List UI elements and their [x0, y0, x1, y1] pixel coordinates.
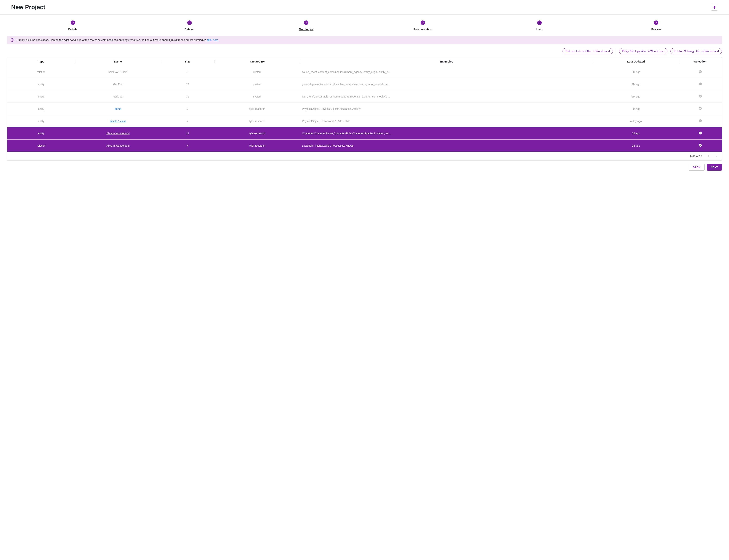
step-line: [426, 23, 536, 23]
row-last-updated: 2M ago: [593, 103, 679, 115]
row-name: RedCoat: [75, 90, 161, 103]
step-circle: [304, 20, 308, 25]
next-button[interactable]: NEXT: [707, 164, 722, 171]
row-created-by: tyler-research: [214, 103, 300, 115]
step-circle: [654, 20, 658, 25]
table-row: entityRedCoat35systemItem,Item/Consumabl…: [7, 90, 722, 103]
table-row: relationAlice in Wonderland4tyler-resear…: [7, 140, 722, 152]
row-name: Alice in Wonderland: [75, 140, 161, 152]
row-name: SemEval10Task8: [75, 66, 161, 78]
row-last-updated: 2d ago: [593, 127, 679, 140]
row-type: entity: [7, 127, 75, 140]
pagination-next[interactable]: [714, 154, 718, 158]
row-last-updated: 2M ago: [593, 78, 679, 90]
row-name: demo: [75, 103, 161, 115]
col-name[interactable]: Name: [75, 57, 161, 66]
step-invite[interactable]: Invite: [481, 20, 598, 31]
row-examples: general,general/academic_discipline,gene…: [300, 78, 593, 90]
row-created-by: system: [214, 78, 300, 90]
row-selection: [679, 140, 722, 152]
row-examples: PhysicalObject, Hello world, 1, 1/test c…: [300, 115, 593, 127]
chip-relation-ontology[interactable]: Relation Ontology: Alice in Wonderland: [670, 48, 722, 54]
row-selection: [679, 78, 722, 90]
select-toggle[interactable]: [699, 82, 702, 86]
row-name: GeoDoc: [75, 78, 161, 90]
check-icon: [655, 21, 657, 24]
step-preannotation[interactable]: Preannotation: [365, 20, 481, 31]
row-size: 4: [161, 115, 214, 127]
info-icon: [10, 38, 14, 42]
check-icon: [72, 21, 74, 24]
check-icon: [188, 21, 191, 24]
bell-icon: [713, 6, 716, 9]
row-name-link[interactable]: Alice in Wonderland: [106, 132, 129, 135]
row-last-updated: a day ago: [593, 115, 679, 127]
table-footer: 1–19 of 19: [7, 152, 722, 160]
col-size[interactable]: Size: [161, 57, 214, 66]
step-circle: [537, 20, 542, 25]
select-toggle[interactable]: [699, 144, 702, 147]
row-size: 4: [161, 140, 214, 152]
row-type: entity: [7, 115, 75, 127]
step-label: Preannotation: [414, 28, 432, 31]
pagination-prev[interactable]: [706, 154, 710, 158]
info-banner: Simply click the checkmark icon on the r…: [7, 36, 722, 44]
col-type[interactable]: Type: [7, 57, 75, 66]
table-row: entitydemo3tyler-researchPhysicalObject,…: [7, 103, 722, 115]
pagination-text: 1–19 of 19: [690, 155, 702, 158]
ontology-table: Type Name Size Created By Examples Last …: [7, 57, 722, 161]
row-size: 9: [161, 66, 214, 78]
col-created-by[interactable]: Created By: [214, 57, 300, 66]
info-text: Simply click the checkmark icon on the r…: [17, 39, 207, 41]
check-icon: [305, 21, 307, 24]
select-toggle[interactable]: [699, 131, 702, 135]
step-ontologies[interactable]: Ontologies: [248, 20, 364, 31]
row-name: simple 1 class: [75, 115, 161, 127]
chip-entity-ontology[interactable]: Entity Ontology: Alice in Wonderland: [619, 48, 667, 54]
col-selection[interactable]: Selection: [679, 57, 722, 66]
step-review[interactable]: Review: [598, 20, 714, 31]
row-name-link[interactable]: demo: [115, 107, 121, 110]
notifications-button[interactable]: [711, 4, 718, 11]
wizard-actions: BACK NEXT: [7, 164, 722, 171]
row-size: 3: [161, 103, 214, 115]
select-toggle[interactable]: [699, 107, 702, 110]
info-link[interactable]: click here.: [207, 39, 219, 41]
row-name: Alice in Wonderland: [75, 127, 161, 140]
back-button[interactable]: BACK: [689, 164, 704, 171]
row-size: 24: [161, 78, 214, 90]
row-selection: [679, 90, 722, 103]
row-examples: cause_effect, content_container, instrum…: [300, 66, 593, 78]
table-row: entityGeoDoc24systemgeneral,general/acad…: [7, 78, 722, 90]
row-created-by: system: [214, 66, 300, 78]
col-examples[interactable]: Examples: [300, 57, 593, 66]
row-last-updated: 2M ago: [593, 66, 679, 78]
step-label: Ontologies: [299, 28, 313, 31]
step-circle: [421, 20, 425, 25]
row-type: entity: [7, 90, 75, 103]
row-last-updated: 2d ago: [593, 140, 679, 152]
row-type: relation: [7, 140, 75, 152]
select-toggle[interactable]: [699, 95, 702, 98]
chip-dataset[interactable]: Dataset: Labelled Alice In Wonderland: [563, 48, 613, 54]
row-created-by: tyler-research: [214, 127, 300, 140]
row-name-link[interactable]: simple 1 class: [110, 120, 126, 123]
selected-resources-chips: Dataset: Labelled Alice In Wonderland En…: [7, 48, 722, 54]
chevron-left-icon: [707, 155, 709, 157]
check-icon: [422, 21, 424, 24]
step-dataset[interactable]: Dataset: [131, 20, 248, 31]
row-examples: PhysicalObject, PhysicalObject/Substance…: [300, 103, 593, 115]
select-toggle[interactable]: [699, 70, 702, 73]
table-row: entityAlice in Wonderland11tyler-researc…: [7, 127, 722, 140]
table-row: entitysimple 1 class4tyler-researchPhysi…: [7, 115, 722, 127]
row-name-link[interactable]: Alice in Wonderland: [106, 144, 129, 147]
col-last-updated[interactable]: Last Updated: [593, 57, 679, 66]
step-details[interactable]: Details: [15, 20, 131, 31]
row-type: entity: [7, 78, 75, 90]
row-type: relation: [7, 66, 75, 78]
select-toggle[interactable]: [699, 119, 702, 122]
row-selection: [679, 115, 722, 127]
page-title: New Project: [11, 4, 45, 11]
row-selection: [679, 103, 722, 115]
row-size: 11: [161, 127, 214, 140]
